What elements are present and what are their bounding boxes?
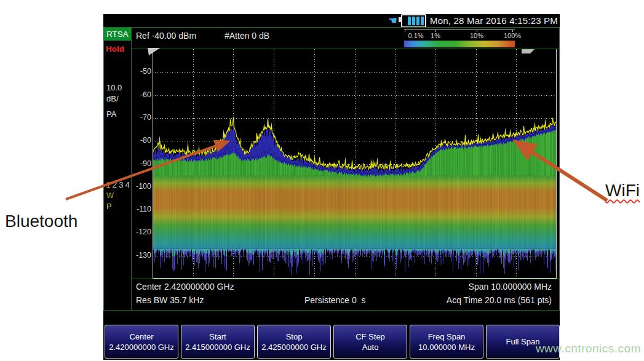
scale-value: 10.0 bbox=[106, 83, 122, 92]
scale-tick bbox=[405, 30, 405, 32]
softkey-freq-span[interactable]: Freq Span 10.000000 MHz bbox=[410, 325, 483, 359]
trace-numbers: 1234 bbox=[106, 180, 132, 189]
sweep-hold-indicator: Hold bbox=[106, 44, 124, 54]
softkey-value: 2.420000000 GHz bbox=[109, 343, 174, 352]
softkey-stop[interactable]: Stop 2.425000000 GHz bbox=[257, 325, 331, 359]
scale-axis-line bbox=[404, 30, 515, 30]
ref-level-label: Ref -40.00 dBm bbox=[136, 31, 196, 41]
softkey-label: Freq Span bbox=[428, 332, 466, 341]
persistence-readout: Persistence 0 s bbox=[304, 295, 366, 305]
softkey-label: Stop bbox=[286, 332, 303, 341]
softkey-value: 10.000000 MHz bbox=[418, 343, 475, 352]
trace-state-w: W bbox=[106, 191, 114, 200]
y-axis-tick: -90 bbox=[131, 159, 151, 168]
touch-pointer-icon: ☚ bbox=[388, 17, 397, 25]
y-axis-tick: -130 bbox=[131, 251, 151, 260]
datetime-text: Mon, 28 Mar 2016 4:15:23 PM bbox=[430, 15, 558, 26]
span-readout: Span 10.000000 MHz bbox=[469, 282, 552, 292]
density-gradient-bar bbox=[404, 41, 515, 47]
softkey-label: Full Span bbox=[506, 337, 540, 346]
softkey-value: 2.425000000 GHz bbox=[261, 343, 327, 352]
y-axis-tick: -60 bbox=[131, 90, 151, 99]
scale-label: 10% bbox=[470, 32, 483, 39]
softkey-value: 2.415000000 GHz bbox=[185, 343, 250, 352]
y-axis-tick: -110 bbox=[131, 205, 151, 213]
trace-active: 1 bbox=[106, 180, 113, 189]
wifi-callout: WiFi bbox=[605, 181, 640, 200]
resbw-readout: Res BW 35.7 kHz bbox=[136, 295, 204, 305]
softkey-label: Center bbox=[129, 332, 153, 341]
scale-label: 1% bbox=[431, 32, 440, 39]
status-bar: ☚ Mon, 28 Mar 2016 4:15:23 PM bbox=[103, 14, 560, 27]
watermark: www.cntronics.com bbox=[536, 342, 641, 355]
softkey-label: Start bbox=[209, 332, 226, 341]
y-axis-tick: -70 bbox=[131, 113, 151, 122]
y-axis-tick: -120 bbox=[131, 228, 151, 236]
acq-time-readout: Acq Time 20.0 ms (561 pts) bbox=[447, 295, 552, 305]
mode-badge: RTSA bbox=[104, 28, 131, 41]
density-color-scale: 0.1% 1% 10% 100% bbox=[403, 28, 517, 48]
scale-label: 0.1% bbox=[408, 32, 423, 39]
battery-icon bbox=[401, 14, 426, 28]
softkey-start[interactable]: Start 2.415000000 GHz bbox=[181, 325, 255, 359]
spectrum-analyzer-screenshot: ☚ Mon, 28 Mar 2016 4:15:23 PM RTSA Hold … bbox=[0, 0, 644, 361]
trace-state-p: P bbox=[106, 202, 111, 211]
sidebar bbox=[103, 27, 132, 311]
atten-label: #Atten 0 dB bbox=[225, 31, 269, 41]
softkey-value: Auto bbox=[362, 343, 379, 352]
softkey-cf-step[interactable]: CF Step Auto bbox=[333, 325, 407, 359]
traces-rest: 234 bbox=[113, 180, 132, 189]
center-freq-readout: Center 2.420000000 GHz bbox=[136, 282, 234, 292]
spectrum-display bbox=[153, 49, 557, 279]
bluetooth-callout: Bluetooth bbox=[5, 212, 78, 231]
y-axis-tick: -50 bbox=[131, 67, 151, 76]
softkey-label: CF Step bbox=[356, 332, 385, 341]
y-axis-tick: -80 bbox=[131, 136, 151, 145]
softkey-center[interactable]: Center 2.420000000 GHz bbox=[105, 325, 178, 359]
scale-unit: dB/ bbox=[106, 94, 119, 103]
y-axis-tick: -100 bbox=[131, 182, 151, 191]
scale-label: 100% bbox=[504, 32, 521, 39]
preamp-indicator: PA bbox=[106, 109, 116, 119]
